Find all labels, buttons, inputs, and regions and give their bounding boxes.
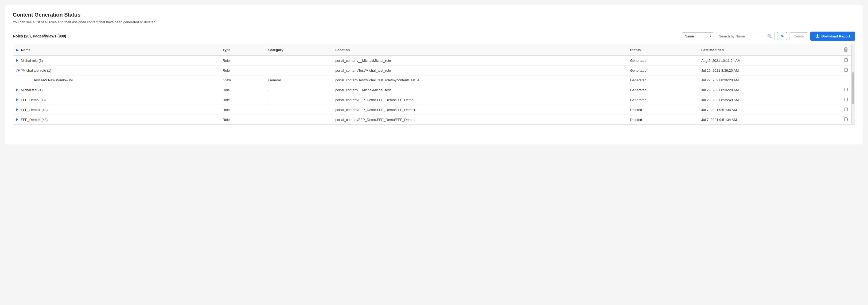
- page-title: Content Generation Status: [13, 12, 855, 18]
- location-cell: portal_content/__Michal/Michal_test: [332, 85, 627, 95]
- checkbox-cell[interactable]: [840, 56, 851, 65]
- status-cell: Generated: [627, 76, 698, 85]
- row-checkbox[interactable]: [844, 58, 848, 62]
- trash-icon: [844, 47, 848, 52]
- status-cell: Generated: [627, 85, 698, 95]
- table-row: Michal test role (1)Role-portal_content/…: [13, 65, 851, 76]
- name-cell: Test AIW New Window iVi...: [13, 76, 219, 85]
- status-cell: Generated: [627, 65, 698, 76]
- checkbox-cell[interactable]: [840, 65, 851, 76]
- last-modified-cell: Jul 7, 2021 9:51:34 AM: [698, 115, 840, 125]
- col-header-status: Status: [627, 44, 698, 56]
- scrollbar-thumb[interactable]: [852, 72, 855, 104]
- roles-label: Roles (20), Pages/iViews (900): [13, 34, 66, 38]
- page-subtitle: You can see a list of all roles and thei…: [13, 20, 855, 24]
- status-cell: Deleted: [627, 115, 698, 125]
- sort-button[interactable]: [777, 32, 787, 40]
- checkbox-cell[interactable]: [840, 105, 851, 115]
- row-checkbox[interactable]: [844, 117, 848, 121]
- category-cell: -: [265, 85, 332, 95]
- row-checkbox[interactable]: [844, 108, 848, 111]
- chevron-right-icon: [16, 118, 18, 121]
- category-cell: -: [265, 115, 332, 125]
- filter-select-wrapper[interactable]: Name Type Category Status ▾: [682, 32, 714, 40]
- download-report-button[interactable]: Download Report: [810, 32, 855, 41]
- toolbar-right: Name Type Category Status ▾ 🔍 Delete: [682, 32, 855, 41]
- checkbox-cell[interactable]: [840, 115, 851, 125]
- row-name: Michal test role (1): [23, 68, 51, 73]
- last-modified-cell: Jul 29, 2021 8:35:49 AM: [698, 95, 840, 105]
- name-cell: Michal test (4): [13, 85, 219, 95]
- location-cell: portal_content/__Michal/Michal_role: [332, 56, 627, 65]
- status-cell: Generated: [627, 95, 698, 105]
- chevron-right-icon: [16, 59, 18, 62]
- page-container: Content Generation Status You can see a …: [5, 5, 863, 144]
- expand-button[interactable]: [16, 88, 21, 91]
- table-row: FFP_Demo1 (48)Role-portal_content/FFP_De…: [13, 105, 851, 115]
- search-box[interactable]: 🔍: [716, 32, 775, 40]
- location-cell: portal_content/Test/Michal_test_role: [332, 65, 627, 76]
- location-cell: portal_content/FFP_Demo.FFP_Demo/FFP_Dem…: [332, 105, 627, 115]
- category-cell: -: [265, 105, 332, 115]
- sort-icon: [780, 34, 784, 38]
- expand-button[interactable]: [16, 59, 21, 62]
- expand-button[interactable]: [16, 99, 21, 101]
- name-cell: FFP_Demo4 (48): [13, 115, 219, 125]
- last-modified-cell: Aug 2, 2021 10:11:24 AM: [698, 56, 840, 65]
- col-header-name: ▶ Name: [13, 44, 219, 56]
- type-cell: iView: [219, 76, 265, 85]
- delete-button[interactable]: Delete: [789, 32, 808, 40]
- category-cell: -: [265, 95, 332, 105]
- expand-header-icon: ▶: [16, 49, 19, 52]
- type-cell: Role: [219, 85, 265, 95]
- table-row: FFP_Demo4 (48)Role-portal_content/FFP_De…: [13, 115, 851, 125]
- row-checkbox[interactable]: [844, 68, 848, 72]
- name-cell: Michal role (3): [13, 56, 219, 65]
- last-modified-cell: Jul 29, 2021 8:36:20 AM: [698, 65, 840, 76]
- collapse-button[interactable]: [16, 69, 23, 72]
- toolbar: Roles (20), Pages/iViews (900) Name Type…: [13, 32, 855, 41]
- col-header-delete: [840, 44, 851, 56]
- category-cell: General: [265, 76, 332, 85]
- expand-button[interactable]: [16, 108, 21, 111]
- location-cell: portal_content/FFP_Demo.FFP_Demo/FFP_Dem…: [332, 95, 627, 105]
- category-cell: -: [265, 65, 332, 76]
- last-modified-cell: Jul 29, 2021 8:36:20 AM: [698, 76, 840, 85]
- name-cell: FFP_Demo (33): [13, 95, 219, 105]
- table-row: Michal role (3)Role-portal_content/__Mic…: [13, 56, 851, 65]
- row-checkbox[interactable]: [844, 88, 848, 91]
- location-cell: portal_content/FFP_Demo.FFP_Demo/FFP_Dem…: [332, 115, 627, 125]
- search-input[interactable]: [719, 34, 766, 38]
- checkbox-cell[interactable]: [840, 76, 851, 85]
- row-name: Test AIW New Window iVi...: [33, 78, 76, 82]
- scrollbar[interactable]: [851, 44, 855, 125]
- col-header-last-modified: Last Modified: [698, 44, 840, 56]
- table-header-row: ▶ Name Type Category Location Status Las…: [13, 44, 851, 56]
- table-row: Michal test (4)Role-portal_content/__Mic…: [13, 85, 851, 95]
- checkbox-cell[interactable]: [840, 85, 851, 95]
- table-row: Test AIW New Window iVi...iViewGeneralpo…: [13, 76, 851, 85]
- name-cell: Michal test role (1): [13, 65, 219, 76]
- type-cell: Role: [219, 95, 265, 105]
- search-icon: 🔍: [767, 34, 772, 38]
- col-header-category: Category: [265, 44, 332, 56]
- last-modified-cell: Jul 7, 2021 9:51:34 AM: [698, 105, 840, 115]
- table-row: FFP_Demo (33)Role-portal_content/FFP_Dem…: [13, 95, 851, 105]
- filter-select[interactable]: Name Type Category Status: [685, 34, 711, 38]
- col-header-type: Type: [219, 44, 265, 56]
- type-cell: Role: [219, 115, 265, 125]
- data-table: ▶ Name Type Category Location Status Las…: [13, 44, 851, 124]
- row-name: Michal role (3): [21, 59, 43, 63]
- type-cell: Role: [219, 56, 265, 65]
- chevron-right-icon: [16, 88, 18, 91]
- download-icon: [815, 34, 819, 38]
- svg-rect-0: [816, 37, 819, 38]
- chevron-right-icon: [16, 108, 18, 111]
- col-header-location: Location: [332, 44, 627, 56]
- chevron-right-icon: [16, 99, 18, 101]
- row-checkbox[interactable]: [844, 98, 848, 101]
- type-cell: Role: [219, 105, 265, 115]
- status-cell: Generated: [627, 56, 698, 65]
- checkbox-cell[interactable]: [840, 95, 851, 105]
- expand-button[interactable]: [16, 118, 21, 121]
